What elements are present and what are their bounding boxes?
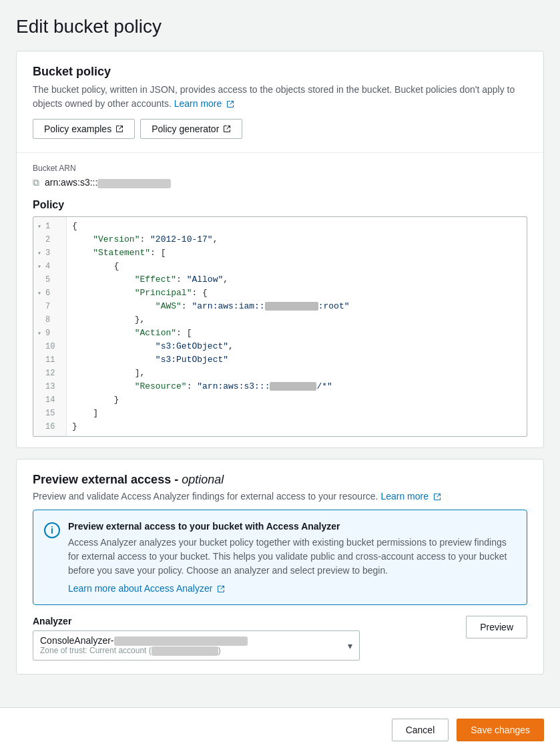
- preview-learn-more-link[interactable]: Learn more: [380, 491, 441, 502]
- code-line-1: {: [72, 220, 521, 233]
- info-box-title: Preview external access to your bucket w…: [68, 521, 516, 532]
- code-line-12: ],: [72, 367, 521, 380]
- info-box-text: Access Analyzer analyzes your bucket pol…: [68, 536, 516, 578]
- save-changes-button[interactable]: Save changes: [457, 719, 544, 741]
- analyzer-label: Analyzer: [33, 616, 455, 626]
- access-analyzer-info-box: i Preview external access to your bucket…: [33, 510, 527, 605]
- line-num-14: 14: [33, 393, 66, 407]
- code-line-10: "s3:GetObject",: [72, 340, 521, 353]
- bucket-policy-card: Bucket policy The bucket policy, written…: [16, 51, 544, 448]
- preview-section-padded: Preview external access - optional Previ…: [17, 459, 543, 674]
- policy-generator-button[interactable]: Policy generator: [140, 119, 242, 139]
- preview-button[interactable]: Preview: [466, 616, 527, 638]
- button-row: Policy examples Policy generator: [33, 119, 527, 139]
- analyzer-select[interactable]: ConsoleAnalyzer- Zone of trust: Current …: [33, 630, 360, 661]
- analyzer-field: Analyzer ConsoleAnalyzer- Zone of trust:…: [33, 616, 455, 661]
- zone-redacted: [152, 646, 218, 656]
- line-num-7: 7: [33, 300, 66, 313]
- code-line-2: "Version": "2012-10-17",: [72, 233, 521, 246]
- code-line-4: {: [72, 260, 521, 273]
- line-num-11: 11: [33, 353, 66, 367]
- access-analyzer-learn-more-link[interactable]: Learn more about Access Analyzer: [68, 583, 225, 594]
- line-num-12: 12: [33, 367, 66, 380]
- external-link-icon: [433, 493, 441, 501]
- arn-value: ⧉ arn:aws:s3:::: [33, 177, 527, 188]
- external-link-icon: [217, 585, 225, 593]
- cancel-button[interactable]: Cancel: [392, 719, 449, 741]
- line-num-10: 10: [33, 340, 66, 353]
- code-line-9: "Action": [: [72, 327, 521, 340]
- line-num-2: 2: [33, 233, 66, 246]
- copy-icon[interactable]: ⧉: [33, 177, 39, 188]
- info-icon: i: [44, 522, 60, 538]
- line-num-5: 5: [33, 273, 66, 287]
- footer-bar: Cancel Save changes: [0, 707, 560, 752]
- policy-section: Policy ▾1 2 ▾3 ▾4 5 ▾6 7 8 ▾9 10: [17, 199, 543, 447]
- learn-more-link[interactable]: Learn more: [174, 98, 234, 109]
- preview-section-description: Preview and validate Access Analyzer fin…: [33, 491, 527, 502]
- code-line-13: "Resource": "arn:aws:s3::: /*": [72, 380, 521, 393]
- line-num-3: ▾3: [33, 246, 66, 260]
- line-num-8: 8: [33, 313, 66, 327]
- code-line-3: "Statement": [: [72, 246, 521, 260]
- line-num-13: 13: [33, 380, 66, 393]
- analyzer-select-redacted: [114, 636, 248, 646]
- analyzer-select-value: ConsoleAnalyzer-: [40, 635, 338, 646]
- external-link-icon: [226, 100, 234, 108]
- code-line-7: "AWS": "arn:aws:iam:: :root": [72, 300, 521, 313]
- line-num-1: ▾1: [33, 220, 66, 233]
- arn-section: Bucket ARN ⧉ arn:aws:s3:::: [17, 153, 543, 188]
- line-num-16: 16: [33, 420, 66, 433]
- arn-redacted: [97, 179, 171, 188]
- code-line-15: ]: [72, 407, 521, 420]
- external-link-icon: [223, 125, 231, 133]
- code-line-16: }: [72, 420, 521, 433]
- line-numbers: ▾1 2 ▾3 ▾4 5 ▾6 7 8 ▾9 10 11 12 13: [33, 217, 67, 436]
- analyzer-row: Analyzer ConsoleAnalyzer- Zone of trust:…: [33, 616, 527, 661]
- line-num-15: 15: [33, 407, 66, 420]
- external-link-icon: [115, 125, 123, 133]
- line-num-6: ▾6: [33, 287, 66, 300]
- policy-examples-button[interactable]: Policy examples: [33, 119, 135, 139]
- code-content[interactable]: { "Version": "2012-10-17", "Statement": …: [67, 217, 527, 436]
- analyzer-select-sub: Zone of trust: Current account ( ): [40, 646, 338, 656]
- code-line-11: "s3:PutObject": [72, 353, 521, 367]
- preview-external-access-card: Preview external access - optional Previ…: [16, 459, 544, 675]
- code-editor[interactable]: ▾1 2 ▾3 ▾4 5 ▾6 7 8 ▾9 10 11 12 13: [33, 216, 527, 437]
- line-num-9: ▾9: [33, 327, 66, 340]
- preview-button-wrapper: Preview: [466, 616, 527, 640]
- arn-label: Bucket ARN: [33, 164, 527, 173]
- preview-section-title: Preview external access - optional: [33, 473, 527, 487]
- bucket-policy-title: Bucket policy: [33, 65, 527, 79]
- policy-label: Policy: [33, 199, 527, 211]
- code-line-6: "Principal": {: [72, 287, 521, 300]
- page-title: Edit bucket policy: [0, 0, 560, 51]
- info-box-content: Preview external access to your bucket w…: [68, 521, 516, 594]
- code-line-14: }: [72, 393, 521, 407]
- line-num-4: ▾4: [33, 260, 66, 273]
- code-line-5: "Effect": "Allow",: [72, 273, 521, 287]
- arn-text: arn:aws:s3:::: [45, 177, 171, 188]
- bucket-policy-description: The bucket policy, written in JSON, prov…: [33, 83, 527, 111]
- code-line-8: },: [72, 313, 521, 327]
- chevron-down-icon: ▾: [348, 640, 352, 651]
